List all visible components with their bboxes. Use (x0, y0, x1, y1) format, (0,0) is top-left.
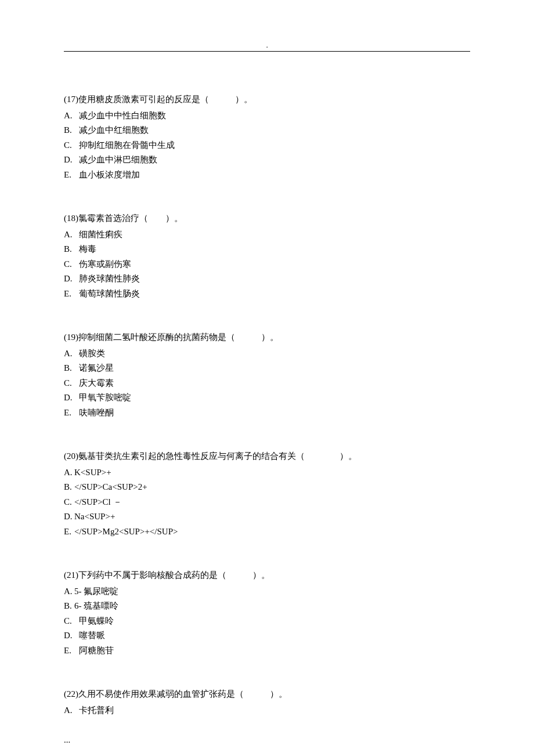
option-label: D. (64, 272, 79, 287)
option-label: B. (64, 480, 74, 495)
question-option: B.减少血中红细胞数 (64, 123, 470, 138)
option-text: 噻替哌 (79, 631, 105, 640)
option-text: 减少血中淋巴细胞数 (79, 155, 157, 164)
question-option: B.6- 巯基嘌呤 (64, 599, 470, 614)
question-option: E.呋喃唑酮 (64, 406, 470, 421)
option-text: 6- 巯基嘌呤 (74, 601, 118, 610)
question-option: D.甲氧苄胺嘧啶 (64, 390, 470, 406)
question-stem: (17)使用糖皮质激素可引起的反应是（ ）。 (64, 92, 470, 107)
question-21: (21)下列药中不属于影响核酸合成药的是（ ）。 A.5- 氟尿嘧啶 B.6- … (64, 568, 470, 658)
option-label: D. (64, 153, 79, 168)
option-text: 甲氨蝶呤 (79, 616, 114, 625)
question-stem: (22)久用不易使作用效果减弱的血管扩张药是（ ）。 (64, 687, 470, 702)
option-label: A. (64, 346, 79, 361)
option-label: C. (64, 376, 79, 391)
option-text: 减少血中中性白细胞数 (79, 111, 166, 120)
option-label: B. (64, 599, 74, 614)
option-label: D. (64, 628, 79, 643)
question-option: C.</SUP>Cl － (64, 495, 470, 510)
question-option: A.磺胺类 (64, 346, 470, 361)
question-option: C.甲氨蝶呤 (64, 614, 470, 629)
question-option: D.Na<SUP>+ (64, 509, 470, 525)
question-option: D.减少血中淋巴细胞数 (64, 153, 470, 168)
question-20: (20)氨基苷类抗生素引起的急性毒性反应与何离子的结合有关（ ）。 A.K<SU… (64, 449, 470, 539)
question-option: A.细菌性痢疾 (64, 227, 470, 243)
question-option: C.伤寒或副伤寒 (64, 257, 470, 272)
option-label: E. (64, 168, 79, 183)
option-text: 诺氟沙星 (79, 363, 114, 372)
option-text: 甲氧苄胺嘧啶 (79, 393, 131, 402)
option-text: </SUP>Mg2<SUP>+</SUP> (74, 527, 178, 536)
option-text: 阿糖胞苷 (79, 646, 114, 655)
option-label: B. (64, 123, 79, 138)
option-label: A. (64, 703, 79, 718)
option-label: A. (64, 108, 79, 124)
option-text: 伤寒或副伤寒 (79, 259, 131, 269)
question-option: E.阿糖胞苷 (64, 643, 470, 659)
question-option: A.减少血中中性白细胞数 (64, 108, 470, 124)
question-option: A.5- 氟尿嘧啶 (64, 584, 470, 599)
option-label: A. (64, 227, 79, 243)
option-label: E. (64, 525, 74, 540)
option-text: 呋喃唑酮 (79, 408, 114, 417)
option-label: C. (64, 614, 79, 629)
question-option: C.抑制红细胞在骨髓中生成 (64, 138, 470, 153)
question-option: C.庆大霉素 (64, 376, 470, 391)
question-18: (18)氯霉素首选治疗（ ）。 A.细菌性痢疾 B.梅毒 C.伤寒或副伤寒 D.… (64, 211, 470, 301)
option-text: 抑制红细胞在骨髓中生成 (79, 140, 175, 150)
option-label: E. (64, 287, 79, 302)
option-text: Na<SUP>+ (74, 512, 115, 521)
option-label: E. (64, 643, 79, 659)
option-text: 肺炎球菌性肺炎 (79, 274, 140, 283)
option-text: 葡萄球菌性肠炎 (79, 289, 140, 298)
question-stem: (20)氨基苷类抗生素引起的急性毒性反应与何离子的结合有关（ ）。 (64, 449, 470, 464)
option-label: D. (64, 509, 74, 525)
option-text: 减少血中红细胞数 (79, 125, 149, 135)
option-label: C. (64, 138, 79, 153)
question-option: B.梅毒 (64, 242, 470, 257)
question-option: B.诺氟沙星 (64, 361, 470, 376)
option-label: B. (64, 242, 79, 257)
question-19: (19)抑制细菌二氢叶酸还原酶的抗菌药物是（ ）。 A.磺胺类 B.诺氟沙星 C… (64, 330, 470, 420)
question-stem: (18)氯霉素首选治疗（ ）。 (64, 211, 470, 226)
question-option: D.肺炎球菌性肺炎 (64, 272, 470, 287)
option-label: C. (64, 257, 79, 272)
question-option: D.噻替哌 (64, 628, 470, 643)
option-label: A. (64, 584, 74, 599)
option-text: 卡托普利 (79, 706, 114, 715)
option-text: 庆大霉素 (79, 378, 114, 388)
question-option: E.</SUP>Mg2<SUP>+</SUP> (64, 525, 470, 540)
option-label: B. (64, 361, 79, 376)
option-label: A. (64, 465, 74, 480)
question-option: A.K<SUP>+ (64, 465, 470, 480)
document-page: . (17)使用糖皮质激素可引起的反应是（ ）。 A.减少血中中性白细胞数 B.… (0, 0, 534, 756)
option-label: D. (64, 390, 79, 406)
option-text: 磺胺类 (79, 349, 105, 358)
question-option: E.葡萄球菌性肠炎 (64, 287, 470, 302)
question-17: (17)使用糖皮质激素可引起的反应是（ ）。 A.减少血中中性白细胞数 B.减少… (64, 92, 470, 182)
question-22: (22)久用不易使作用效果减弱的血管扩张药是（ ）。 A.卡托普利 (64, 687, 470, 718)
option-text: 5- 氟尿嘧啶 (74, 587, 118, 596)
question-option: B.</SUP>Ca<SUP>2+ (64, 480, 470, 495)
question-option: A.卡托普利 (64, 703, 470, 718)
option-text: </SUP>Cl － (74, 497, 122, 507)
header-dot: . (64, 41, 470, 50)
option-text: 梅毒 (79, 244, 96, 254)
question-option: E.血小板浓度增加 (64, 168, 470, 183)
option-text: 血小板浓度增加 (79, 170, 140, 179)
question-stem: (21)下列药中不属于影响核酸合成药的是（ ）。 (64, 568, 470, 583)
footer-ellipsis: ... (64, 735, 470, 745)
option-text: 细菌性痢疾 (79, 230, 122, 239)
question-stem: (19)抑制细菌二氢叶酸还原酶的抗菌药物是（ ）。 (64, 330, 470, 345)
option-text: </SUP>Ca<SUP>2+ (74, 482, 147, 491)
option-label: C. (64, 495, 74, 510)
option-text: K<SUP>+ (74, 468, 111, 477)
header-rule (64, 51, 470, 52)
option-label: E. (64, 406, 79, 421)
